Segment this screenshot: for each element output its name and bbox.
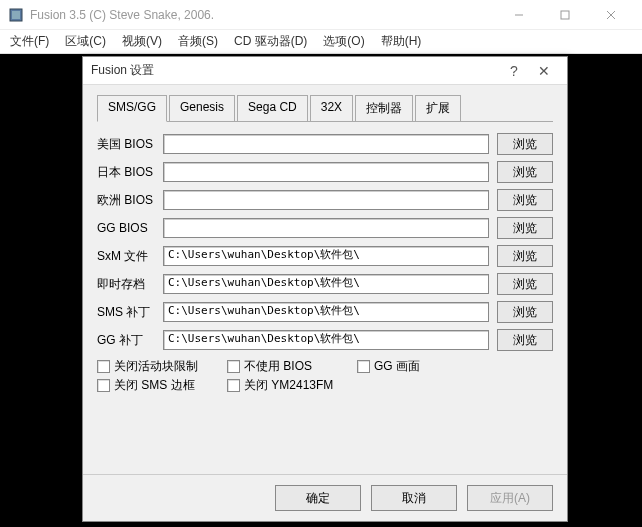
tab-smsgg[interactable]: SMS/GG <box>97 95 167 122</box>
menu-cd[interactable]: CD 驱动器(D) <box>228 31 313 52</box>
label-eu-bios: 欧洲 BIOS <box>97 192 163 209</box>
label-sms-patch: SMS 补丁 <box>97 304 163 321</box>
check-close-sms-border[interactable] <box>97 379 110 392</box>
tab-controller[interactable]: 控制器 <box>355 95 413 121</box>
label-save: 即时存档 <box>97 276 163 293</box>
apply-button[interactable]: 应用(A) <box>467 485 553 511</box>
menubar: 文件(F) 区域(C) 视频(V) 音频(S) CD 驱动器(D) 选项(O) … <box>0 30 642 54</box>
cancel-button[interactable]: 取消 <box>371 485 457 511</box>
input-sms-patch[interactable]: C:\Users\wuhan\Desktop\软件包\ <box>163 302 489 322</box>
input-eu-bios[interactable] <box>163 190 489 210</box>
input-sxm[interactable]: C:\Users\wuhan\Desktop\软件包\ <box>163 246 489 266</box>
input-jp-bios[interactable] <box>163 162 489 182</box>
label-no-bios: 不使用 BIOS <box>244 358 312 375</box>
settings-dialog: Fusion 设置 ? ✕ SMS/GG Genesis Sega CD 32X… <box>82 56 568 522</box>
tab-extend[interactable]: 扩展 <box>415 95 461 121</box>
browse-sms-patch[interactable]: 浏览 <box>497 301 553 323</box>
browse-save[interactable]: 浏览 <box>497 273 553 295</box>
tab-segacd[interactable]: Sega CD <box>237 95 308 121</box>
svg-rect-3 <box>561 11 569 19</box>
label-gg-patch: GG 补丁 <box>97 332 163 349</box>
label-us-bios: 美国 BIOS <box>97 136 163 153</box>
browse-eu-bios[interactable]: 浏览 <box>497 189 553 211</box>
menu-audio[interactable]: 音频(S) <box>172 31 224 52</box>
ok-button[interactable]: 确定 <box>275 485 361 511</box>
input-save[interactable]: C:\Users\wuhan\Desktop\软件包\ <box>163 274 489 294</box>
menu-help[interactable]: 帮助(H) <box>375 31 428 52</box>
browse-gg-patch[interactable]: 浏览 <box>497 329 553 351</box>
check-no-bios[interactable] <box>227 360 240 373</box>
client-area: Fusion 设置 ? ✕ SMS/GG Genesis Sega CD 32X… <box>0 54 642 527</box>
browse-sxm[interactable]: 浏览 <box>497 245 553 267</box>
label-close-sms-border: 关闭 SMS 边框 <box>114 377 195 394</box>
label-close-active-limit: 关闭活动块限制 <box>114 358 198 375</box>
browse-jp-bios[interactable]: 浏览 <box>497 161 553 183</box>
browse-gg-bios[interactable]: 浏览 <box>497 217 553 239</box>
label-sxm: SxM 文件 <box>97 248 163 265</box>
checkbox-group: 关闭活动块限制 不使用 BIOS GG 画面 关闭 SMS 边框 关闭 YM24… <box>97 358 553 396</box>
tab-32x[interactable]: 32X <box>310 95 353 121</box>
dialog-body: SMS/GG Genesis Sega CD 32X 控制器 扩展 美国 BIO… <box>83 85 567 474</box>
app-icon <box>8 7 24 23</box>
titlebar: Fusion 3.5 (C) Steve Snake, 2006. <box>0 0 642 30</box>
dialog-close-button[interactable]: ✕ <box>529 63 559 79</box>
tab-genesis[interactable]: Genesis <box>169 95 235 121</box>
label-jp-bios: 日本 BIOS <box>97 164 163 181</box>
label-gg-screen: GG 画面 <box>374 358 420 375</box>
label-close-ym2413: 关闭 YM2413FM <box>244 377 333 394</box>
input-gg-patch[interactable]: C:\Users\wuhan\Desktop\软件包\ <box>163 330 489 350</box>
menu-region[interactable]: 区域(C) <box>59 31 112 52</box>
dialog-buttons: 确定 取消 应用(A) <box>83 474 567 521</box>
input-us-bios[interactable] <box>163 134 489 154</box>
close-button[interactable] <box>588 0 634 30</box>
menu-video[interactable]: 视频(V) <box>116 31 168 52</box>
dialog-titlebar: Fusion 设置 ? ✕ <box>83 57 567 85</box>
input-gg-bios[interactable] <box>163 218 489 238</box>
check-close-ym2413[interactable] <box>227 379 240 392</box>
tab-strip: SMS/GG Genesis Sega CD 32X 控制器 扩展 <box>97 95 553 122</box>
dialog-title: Fusion 设置 <box>91 62 499 79</box>
window-controls <box>496 0 634 30</box>
window-title: Fusion 3.5 (C) Steve Snake, 2006. <box>30 8 496 22</box>
minimize-button[interactable] <box>496 0 542 30</box>
maximize-button[interactable] <box>542 0 588 30</box>
check-gg-screen[interactable] <box>357 360 370 373</box>
check-close-active-limit[interactable] <box>97 360 110 373</box>
svg-rect-1 <box>12 11 20 19</box>
menu-options[interactable]: 选项(O) <box>317 31 370 52</box>
label-gg-bios: GG BIOS <box>97 221 163 235</box>
dialog-help-button[interactable]: ? <box>499 63 529 79</box>
menu-file[interactable]: 文件(F) <box>4 31 55 52</box>
browse-us-bios[interactable]: 浏览 <box>497 133 553 155</box>
